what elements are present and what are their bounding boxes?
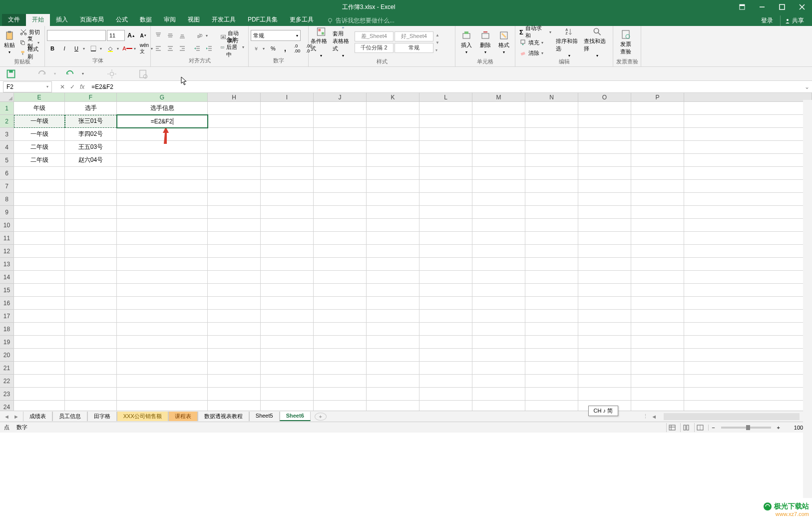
formula-input[interactable]: =E2&F2 (88, 83, 802, 90)
cell-J2[interactable] (314, 115, 367, 128)
cell-F8[interactable] (65, 193, 117, 206)
cell-L22[interactable] (419, 375, 472, 388)
cell-J3[interactable] (314, 128, 367, 141)
cell-F7[interactable] (65, 180, 117, 193)
normal-view-icon[interactable] (666, 423, 677, 432)
row-header-20[interactable]: 20 (0, 349, 14, 362)
cell-I12[interactable] (261, 245, 314, 258)
cell-P3[interactable] (631, 128, 684, 141)
sheet-tab-2[interactable]: 田字格 (87, 412, 117, 421)
cell-M18[interactable] (472, 323, 525, 336)
cell-N5[interactable] (525, 154, 578, 167)
italic-icon[interactable]: I (59, 43, 70, 54)
cell-I11[interactable] (261, 232, 314, 245)
cell-L19[interactable] (419, 336, 472, 349)
cell-K13[interactable] (367, 258, 419, 271)
cell-F2[interactable]: 张三01号 (65, 115, 117, 128)
print-preview-icon[interactable] (138, 69, 148, 79)
cell-N12[interactable] (525, 245, 578, 258)
cell-N8[interactable] (525, 193, 578, 206)
cell-K11[interactable] (367, 232, 419, 245)
undo-icon[interactable] (65, 69, 75, 79)
row-header-7[interactable]: 7 (0, 180, 14, 193)
cell-H9[interactable] (208, 206, 261, 219)
cell-M17[interactable] (472, 310, 525, 323)
cell-J10[interactable] (314, 219, 367, 232)
cell-H19[interactable] (208, 336, 261, 349)
row-header-15[interactable]: 15 (0, 284, 14, 297)
cell-H12[interactable] (208, 245, 261, 258)
tab-developer[interactable]: 开发工具 (206, 13, 242, 26)
number-format-select[interactable]: 常规▾ (251, 30, 301, 41)
cell-J4[interactable] (314, 141, 367, 154)
cell-G7[interactable] (117, 180, 208, 193)
cell-F15[interactable] (65, 284, 117, 297)
expand-formula-bar-icon[interactable]: ⌄ (802, 83, 812, 90)
cell-N6[interactable] (525, 167, 578, 180)
cell-P4[interactable] (631, 141, 684, 154)
cell-H7[interactable] (208, 180, 261, 193)
cell-G17[interactable] (117, 310, 208, 323)
cell-M8[interactable] (472, 193, 525, 206)
cell-N24[interactable] (525, 401, 578, 411)
cell-G18[interactable] (117, 323, 208, 336)
cell-H16[interactable] (208, 297, 261, 310)
cell-H14[interactable] (208, 271, 261, 284)
row-header-10[interactable]: 10 (0, 219, 14, 232)
cell-P19[interactable] (631, 336, 684, 349)
cell-E14[interactable] (14, 271, 65, 284)
cell-H4[interactable] (208, 141, 261, 154)
row-header-24[interactable]: 24 (0, 401, 14, 411)
cell-P6[interactable] (631, 167, 684, 180)
align-middle-icon[interactable] (165, 30, 176, 41)
cell-L13[interactable] (419, 258, 472, 271)
cell-E16[interactable] (14, 297, 65, 310)
cell-J14[interactable] (314, 271, 367, 284)
sheet-nav-first-icon[interactable]: ◄ (4, 414, 9, 420)
column-header-F[interactable]: F (65, 93, 117, 101)
cell-N21[interactable] (525, 362, 578, 375)
cell-H18[interactable] (208, 323, 261, 336)
cell-F16[interactable] (65, 297, 117, 310)
cell-K24[interactable] (367, 401, 419, 411)
tab-insert[interactable]: 插入 (50, 13, 74, 26)
row-header-23[interactable]: 23 (0, 388, 14, 401)
cell-G14[interactable] (117, 271, 208, 284)
cell-O15[interactable] (578, 284, 631, 297)
cell-N18[interactable] (525, 323, 578, 336)
cell-L3[interactable] (419, 128, 472, 141)
cell-P13[interactable] (631, 258, 684, 271)
cell-J16[interactable] (314, 297, 367, 310)
cell-K8[interactable] (367, 193, 419, 206)
cell-K17[interactable] (367, 310, 419, 323)
cell-G16[interactable] (117, 297, 208, 310)
tab-page-layout[interactable]: 页面布局 (74, 13, 110, 26)
tell-me-search[interactable]: 告诉我您想要做什么... (324, 15, 398, 26)
cell-N19[interactable] (525, 336, 578, 349)
cell-N3[interactable] (525, 128, 578, 141)
cell-I23[interactable] (261, 388, 314, 401)
cell-P23[interactable] (631, 388, 684, 401)
cell-G2[interactable]: =E2&F2 (117, 115, 208, 128)
cell-L18[interactable] (419, 323, 472, 336)
decrease-font-icon[interactable]: A▼ (138, 30, 149, 41)
tab-formulas[interactable]: 公式 (110, 13, 134, 26)
row-header-14[interactable]: 14 (0, 271, 14, 284)
cell-L10[interactable] (419, 219, 472, 232)
tab-file[interactable]: 文件 (2, 13, 26, 26)
row-header-18[interactable]: 18 (0, 323, 14, 336)
cell-P7[interactable] (631, 180, 684, 193)
cell-M16[interactable] (472, 297, 525, 310)
cell-H17[interactable] (208, 310, 261, 323)
cell-O10[interactable] (578, 219, 631, 232)
cell-I10[interactable] (261, 219, 314, 232)
column-header-I[interactable]: I (261, 93, 314, 101)
cell-L4[interactable] (419, 141, 472, 154)
align-center-icon[interactable] (165, 43, 176, 54)
cell-G13[interactable] (117, 258, 208, 271)
cell-F9[interactable] (65, 206, 117, 219)
cell-P18[interactable] (631, 323, 684, 336)
orientation-icon[interactable]: ab (194, 30, 205, 41)
cell-O19[interactable] (578, 336, 631, 349)
tab-home[interactable]: 开始 (26, 13, 50, 26)
